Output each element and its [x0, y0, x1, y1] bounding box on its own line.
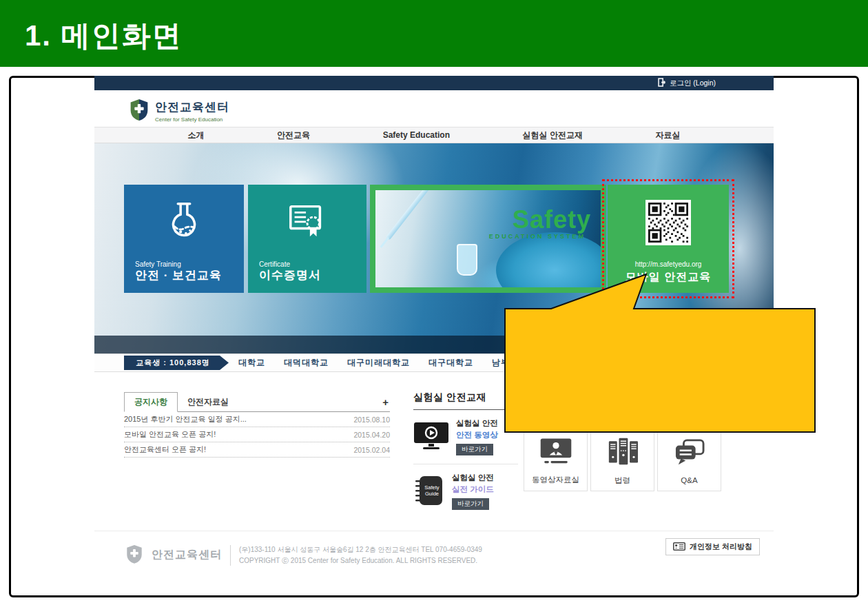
tile-certificate[interactable]: Certificate 이수증명서: [248, 185, 366, 293]
notice-date: 2015.04.20: [353, 431, 390, 439]
notice-more-button[interactable]: +: [382, 396, 389, 408]
notice-title: 안전교육센터 오픈 공지!: [124, 444, 206, 455]
speech-bubbles-icon: [672, 438, 707, 469]
material-line1: 실험실 안전: [452, 473, 494, 483]
footer-copyright: COPYRIGHT ⓒ 2015 Center for Safety Educa…: [239, 555, 482, 566]
site-logo[interactable]: 안전교육센터 Center for Safety Education: [129, 98, 229, 123]
qr-code: [645, 200, 691, 245]
quick-label: 법령: [614, 475, 630, 486]
main-nav: 소개 안전교육 Safety Education 실험실 안전교재 자료실: [94, 127, 774, 143]
tab-notice[interactable]: 공지사항: [124, 392, 178, 412]
go-button[interactable]: 바로가기: [452, 498, 489, 510]
ticker-university[interactable]: 대구미래대학교: [347, 357, 410, 369]
vial-graphic: [457, 244, 477, 276]
nav-item-lab-materials[interactable]: 실험실 안전교재: [523, 130, 583, 141]
pipette-graphic: [386, 190, 436, 240]
login-door-icon: [657, 78, 666, 88]
safety-guide-book-icon: Safety Guide: [413, 474, 445, 509]
certificate-icon: [248, 198, 366, 241]
tile-safety-training[interactable]: Safety Training 안전 · 보건교육: [124, 185, 244, 293]
tile2-ko-label: 이수증명서: [259, 267, 321, 283]
university-ticker-list: 대학교 대덕대학교 대구미래대학교 대구대학교 남부대학교: [238, 357, 537, 369]
hero-safety-title: Safety: [513, 205, 591, 234]
notice-date: 2015.02.04: [353, 446, 390, 454]
video-monitor-icon: [538, 437, 574, 468]
nav-item-safety-edu-ko[interactable]: 안전교육: [277, 130, 310, 141]
footer-address: (우)133-110 서울시 성동구 서울숲6길 12 2층 안전교육센터 TE…: [239, 544, 482, 555]
go-button[interactable]: 바로가기: [456, 444, 493, 455]
svg-text:Safety: Safety: [424, 484, 440, 491]
logo-subtitle: Center for Safety Education: [155, 116, 229, 123]
login-button[interactable]: 로그인 (Login): [657, 76, 716, 90]
tile1-ko-label: 안전 · 보건교육: [135, 267, 222, 283]
footer-divider: [230, 545, 231, 566]
nav-item-safety-education[interactable]: Safety Education: [383, 130, 450, 140]
quick-label: 동영상자료실: [532, 475, 579, 485]
notice-panel: 공지사항 안전자료실 + 2015년 후반기 안전교육 일정 공지... 201…: [124, 394, 390, 458]
svg-text:Guide: Guide: [425, 491, 439, 497]
law-books-icon: [606, 436, 640, 469]
site-header: 안전교육센터 Center for Safety Education: [94, 90, 774, 127]
material-line1: 실험실 안전: [456, 418, 498, 429]
notice-row[interactable]: 안전교육센터 오픈 공지! 2015.02.04: [124, 442, 390, 458]
nav-item-intro[interactable]: 소개: [188, 130, 205, 141]
ticker-university[interactable]: 대구대학교: [428, 357, 473, 369]
login-label: 로그인 (Login): [670, 79, 716, 88]
id-card-icon: [673, 542, 685, 552]
notice-row[interactable]: 모바일 안전교육 오픈 공지! 2015.04.20: [124, 427, 390, 442]
quick-video-archive[interactable]: 동영상자료실: [524, 431, 588, 491]
tv-play-icon: [413, 421, 449, 453]
quick-links: 동영상자료실: [524, 431, 721, 491]
tab-safety-archive[interactable]: 안전자료실: [178, 393, 238, 411]
material-line2: 실전 가이드: [452, 484, 494, 495]
quick-label: Q&A: [681, 476, 697, 484]
footer-shield-icon: [125, 544, 143, 566]
quick-qna[interactable]: Q&A: [657, 431, 721, 491]
privacy-label: 개인정보 처리방침: [690, 542, 752, 552]
quick-law[interactable]: 법령: [590, 431, 654, 491]
site-topbar: 로그인 (Login): [94, 76, 774, 90]
nav-item-archive[interactable]: 자료실: [655, 130, 680, 141]
privacy-policy-button[interactable]: 개인정보 처리방침: [665, 538, 760, 555]
notice-title: 2015년 후반기 안전교육 일정 공지...: [124, 414, 247, 424]
logo-name: 안전교육센터: [155, 99, 229, 115]
hero-safety-subtitle: EDUCATION SYSTEM: [489, 233, 586, 240]
material-line2: 안전 동영상: [456, 430, 498, 440]
notice-title: 모바일 안전교육 오픈 공지!: [124, 429, 216, 440]
site-footer: 안전교육센터 (우)133-110 서울시 성동구 서울숲6길 12 2층 안전…: [94, 531, 774, 591]
notice-date: 2015.08.10: [353, 416, 390, 424]
flask-icon: [124, 198, 244, 241]
callout-bubble: [495, 267, 818, 435]
material-item-guide[interactable]: Safety Guide 실험실 안전 실전 가이드 바로가기: [413, 464, 518, 518]
notice-row[interactable]: 2015년 후반기 안전교육 일정 공지... 2015.08.10: [124, 412, 390, 427]
student-count-badge: 교육생 : 100,838명: [124, 356, 229, 370]
ticker-university[interactable]: 대학교: [238, 357, 265, 369]
footer-logo-text: 안전교육센터: [152, 548, 222, 562]
ticker-university[interactable]: 대덕대학교: [284, 357, 329, 369]
shield-cross-icon: [129, 98, 149, 123]
slide-title-bar: 1. 메인화면: [0, 0, 868, 67]
slide: 1. 메인화면 로그인 (Login): [0, 0, 868, 605]
slide-title: 1. 메인화면: [25, 17, 183, 55]
notice-tabbar: 공지사항 안전자료실 +: [124, 394, 390, 412]
